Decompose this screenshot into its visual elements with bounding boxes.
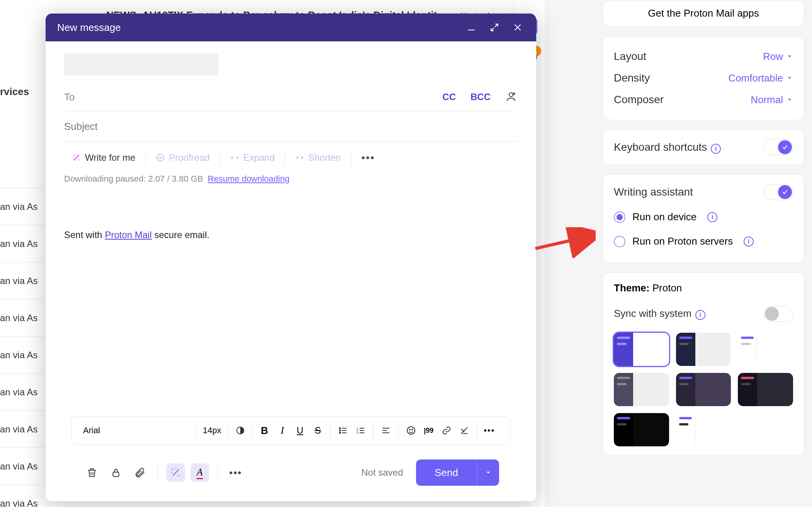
message-body[interactable]: Sent with Proton Mail secure email. [64, 197, 518, 416]
shortcuts-label: Keyboard shortcutsi [614, 141, 721, 154]
sync-toggle[interactable] [764, 306, 793, 322]
theme-title: Theme: Proton [614, 282, 793, 294]
resume-download-link[interactable]: Resume downloading [208, 174, 290, 184]
numbered-list-icon[interactable]: 123 [355, 425, 366, 436]
theme-carbon[interactable] [676, 333, 731, 366]
svg-point-23 [407, 427, 415, 434]
proton-mail-link[interactable]: Proton Mail [105, 230, 151, 240]
check-icon [156, 153, 165, 162]
theme-classic[interactable] [614, 373, 669, 406]
settings-panel: Get the Proton Mail apps Layout Row Dens… [596, 0, 812, 507]
theme-snow[interactable] [738, 333, 793, 366]
svg-point-12 [339, 432, 340, 434]
svg-point-24 [409, 429, 410, 430]
shortcuts-toggle[interactable] [764, 139, 793, 155]
close-button[interactable] [511, 20, 525, 34]
quote-icon[interactable]: |99 [423, 425, 434, 436]
list-item[interactable]: an via As [0, 262, 46, 299]
expand-arrows-icon [230, 153, 240, 162]
list-item[interactable]: an via As [0, 225, 46, 262]
encryption-icon[interactable] [107, 463, 125, 482]
theme-dusk[interactable] [676, 373, 731, 406]
more-options-icon[interactable]: ••• [226, 463, 245, 482]
ai-assist-icon[interactable] [166, 463, 185, 482]
send-button[interactable]: Send [416, 459, 499, 486]
send-options-caret[interactable] [477, 459, 499, 486]
font-size-select[interactable]: 14px [196, 421, 229, 440]
bold-icon[interactable]: B [259, 425, 270, 436]
assistant-toggle[interactable] [764, 184, 793, 200]
composer-window: New message To CC BCC Write for me [46, 14, 536, 501]
composer-titlebar: New message [46, 14, 536, 41]
radio-icon [614, 211, 625, 223]
underline-icon[interactable]: U [295, 425, 306, 436]
download-status: Downloading paused: 2.07 / 3.80 GB Resum… [64, 174, 518, 184]
format-more-icon[interactable]: ••• [484, 425, 495, 436]
theme-proton[interactable] [614, 333, 669, 366]
theme-minimal[interactable] [676, 413, 731, 446]
composer-title: New message [57, 22, 455, 34]
theme-card: Theme: Proton Sync with systemi [603, 272, 804, 456]
expand-button[interactable] [488, 20, 501, 34]
bcc-button[interactable]: BCC [471, 92, 491, 102]
info-icon[interactable]: i [744, 236, 754, 247]
strikethrough-icon[interactable]: S [313, 425, 323, 436]
italic-icon[interactable]: I [277, 425, 288, 436]
list-item[interactable]: an via As [0, 447, 46, 485]
list-item[interactable]: an via As [0, 410, 46, 447]
theme-midnight[interactable] [738, 373, 793, 406]
font-family-select[interactable]: Arial [76, 421, 196, 440]
shorten-text-button[interactable]: Shorten [287, 148, 348, 167]
list-item[interactable]: an via As [0, 188, 46, 225]
run-on-servers-radio[interactable]: Run on Proton servers i [614, 229, 793, 254]
svg-point-8 [339, 428, 340, 429]
density-label: Density [614, 72, 650, 84]
get-apps-button[interactable]: Get the Proton Mail apps [603, 0, 804, 27]
ai-more-button[interactable]: ••• [353, 148, 382, 168]
expand-text-button[interactable]: Expand [223, 148, 282, 167]
info-icon[interactable]: i [707, 212, 717, 222]
save-status: Not saved [361, 467, 403, 478]
from-field[interactable] [64, 54, 219, 75]
format-toolbar: Arial 14px B I U S 123 |99 ••• [71, 416, 511, 445]
svg-rect-26 [113, 472, 119, 476]
to-input[interactable] [82, 91, 428, 103]
attachment-icon[interactable] [131, 463, 149, 482]
list-item[interactable]: an via As [0, 485, 46, 507]
minimize-button[interactable] [464, 20, 478, 34]
density-select[interactable]: Comfortable [728, 72, 793, 84]
cc-button[interactable]: CC [442, 92, 456, 102]
layout-card: Layout Row Density Comfortable Composer … [603, 36, 804, 120]
list-item[interactable]: an via As [0, 336, 46, 373]
subject-field-row [64, 112, 518, 141]
subject-input[interactable] [64, 121, 518, 133]
align-icon[interactable] [381, 425, 391, 436]
composer-label: Composer [614, 94, 664, 106]
layout-select[interactable]: Row [763, 51, 793, 63]
contrast-icon[interactable] [229, 421, 252, 440]
list-item[interactable]: an via As [0, 373, 46, 410]
emoji-icon[interactable] [406, 425, 416, 436]
link-icon[interactable] [441, 425, 452, 436]
ai-toolbar: Write for me Proofread Expand Shorten ••… [64, 141, 518, 174]
magic-wand-icon [72, 153, 81, 162]
clear-format-icon[interactable] [459, 425, 470, 436]
list-item[interactable]: an via As [0, 299, 46, 336]
composer-select[interactable]: Normal [751, 94, 793, 106]
proofread-button[interactable]: Proofread [148, 148, 217, 167]
signature-text-2: secure email. [152, 230, 209, 240]
sync-label: Sync with systemi [614, 308, 705, 320]
composer-bottom-bar: A ••• Not saved Send [64, 453, 518, 501]
add-contact-icon[interactable] [505, 91, 518, 103]
bullet-list-icon[interactable] [338, 425, 348, 436]
info-icon[interactable]: i [695, 310, 705, 320]
run-on-device-radio[interactable]: Run on device i [614, 205, 793, 229]
theme-black[interactable] [614, 413, 669, 446]
delete-draft-icon[interactable] [83, 463, 101, 482]
text-color-icon[interactable]: A [190, 463, 209, 482]
assistant-label: Writing assistant [614, 186, 693, 198]
to-label: To [64, 91, 75, 103]
write-for-me-button[interactable]: Write for me [64, 148, 143, 167]
info-icon[interactable]: i [711, 144, 721, 154]
svg-point-25 [412, 429, 413, 430]
